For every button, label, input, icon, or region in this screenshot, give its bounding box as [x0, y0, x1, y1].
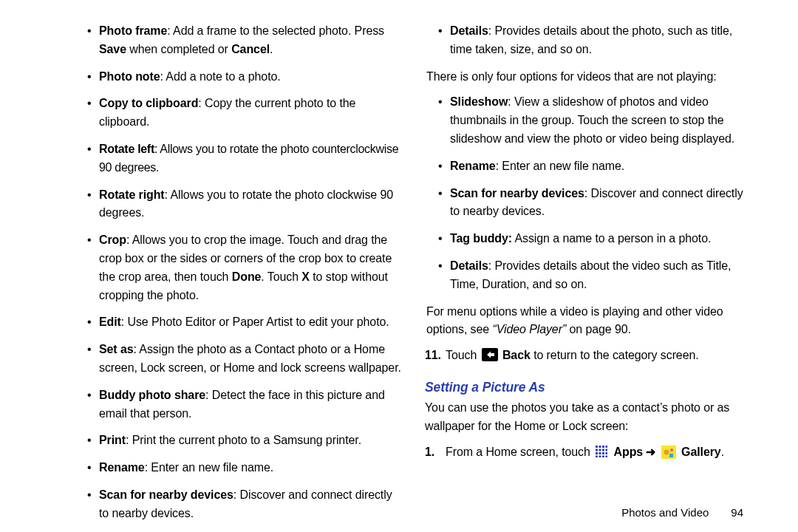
term: Rotate left	[99, 143, 154, 155]
term: Details	[450, 259, 488, 272]
left-bullet-list: Photo frame: Add a frame to the selected…	[74, 22, 403, 523]
term: Copy to clipboard	[99, 97, 198, 109]
list-item: Copy to clipboard: Copy the current phot…	[89, 95, 403, 132]
term: Rename	[99, 461, 145, 474]
apps-icon	[595, 445, 608, 464]
list-item: Details: Provides details about the phot…	[440, 22, 754, 59]
svg-rect-7	[599, 449, 601, 451]
term: Photo note	[99, 70, 160, 83]
arrow-icon: ➜	[646, 446, 655, 458]
video-options-note: There is only four options for videos th…	[425, 68, 754, 86]
back-icon	[482, 348, 498, 367]
term: Crop	[99, 233, 126, 246]
svg-rect-2	[596, 446, 598, 448]
section-intro: You can use the photos you take as a con…	[425, 399, 754, 436]
term: Tag buddy:	[450, 232, 512, 245]
list-item: Scan for nearby devices: Discover and co…	[89, 486, 403, 523]
step-number: 1.	[425, 443, 434, 462]
term: Buddy photo share	[99, 389, 205, 401]
right-top-bullets: Details: Provides details about the phot…	[425, 22, 754, 59]
svg-rect-17	[606, 455, 608, 457]
list-item: Rotate left: Allows you to rotate the ph…	[89, 140, 403, 177]
svg-rect-11	[599, 452, 601, 454]
svg-rect-8	[602, 449, 604, 451]
list-item: Rename: Enter an new file name.	[440, 157, 754, 176]
list-item: Edit: Use Photo Editor or Paper Artist t…	[89, 313, 403, 332]
svg-rect-16	[602, 455, 604, 457]
list-item: Photo note: Add a note to a photo.	[89, 68, 403, 86]
term: Scan for nearby devices	[99, 488, 233, 501]
list-item: Rotate right: Allows you to rotate the p…	[89, 186, 403, 223]
list-item: Buddy photo share: Detect the face in th…	[89, 386, 403, 423]
term: Slideshow	[450, 95, 508, 108]
svg-point-20	[670, 449, 673, 451]
term: Edit	[99, 316, 121, 328]
step-11: 11. Touch Back to return to the category…	[446, 347, 754, 367]
term: Photo frame	[99, 24, 167, 37]
gallery-icon	[661, 446, 676, 465]
svg-rect-15	[599, 455, 601, 457]
term: Scan for nearby devices	[450, 187, 584, 200]
svg-rect-21	[669, 454, 673, 457]
manual-page: Photo frame: Add a frame to the selected…	[0, 0, 798, 532]
video-player-crossref: For menu options while a video is playin…	[425, 303, 754, 340]
step-number: 11.	[425, 347, 441, 365]
svg-rect-6	[596, 449, 598, 451]
svg-rect-9	[606, 449, 608, 451]
footer-page-number: 94	[731, 506, 743, 519]
right-column: Details: Provides details about the phot…	[422, 22, 754, 525]
list-item: Details: Provides details about the vide…	[440, 257, 754, 294]
svg-rect-3	[599, 446, 601, 448]
term: Details	[450, 24, 488, 37]
svg-rect-10	[596, 452, 598, 454]
list-item: Print: Print the current photo to a Sams…	[89, 432, 403, 450]
video-bullet-list: Slideshow: View a slideshow of photos an…	[425, 93, 754, 293]
svg-rect-14	[596, 455, 598, 457]
list-item: Crop: Allows you to crop the image. Touc…	[89, 231, 403, 304]
section-title-setting-picture-as: Setting a Picture As	[425, 378, 754, 398]
svg-point-19	[664, 449, 669, 454]
step-list-11: 11. Touch Back to return to the category…	[425, 347, 754, 367]
svg-rect-12	[602, 452, 604, 454]
svg-rect-13	[606, 452, 608, 454]
term: Set as	[99, 343, 134, 355]
term: Rename	[450, 160, 496, 172]
list-item: Rename: Enter an new file name.	[89, 459, 403, 477]
list-item: Slideshow: View a slideshow of photos an…	[440, 93, 754, 148]
list-item: Set as: Assign the photo as a Contact ph…	[89, 341, 403, 378]
step-1: 1. From a Home screen, touch Apps	[446, 443, 754, 465]
list-item: Tag buddy: Assign a name to a person in …	[440, 230, 754, 248]
svg-rect-4	[602, 446, 604, 448]
footer-section: Photos and Video	[621, 506, 709, 519]
page-footer: Photos and Video 94	[621, 506, 743, 519]
term: Rotate right	[99, 188, 165, 201]
svg-rect-5	[606, 446, 608, 448]
step-list-1: 1. From a Home screen, touch Apps	[425, 443, 754, 465]
list-item: Photo frame: Add a frame to the selected…	[89, 22, 403, 59]
term: Print	[99, 434, 126, 446]
left-column: Photo frame: Add a frame to the selected…	[74, 22, 422, 525]
list-item: Scan for nearby devices: Discover and co…	[440, 185, 754, 222]
